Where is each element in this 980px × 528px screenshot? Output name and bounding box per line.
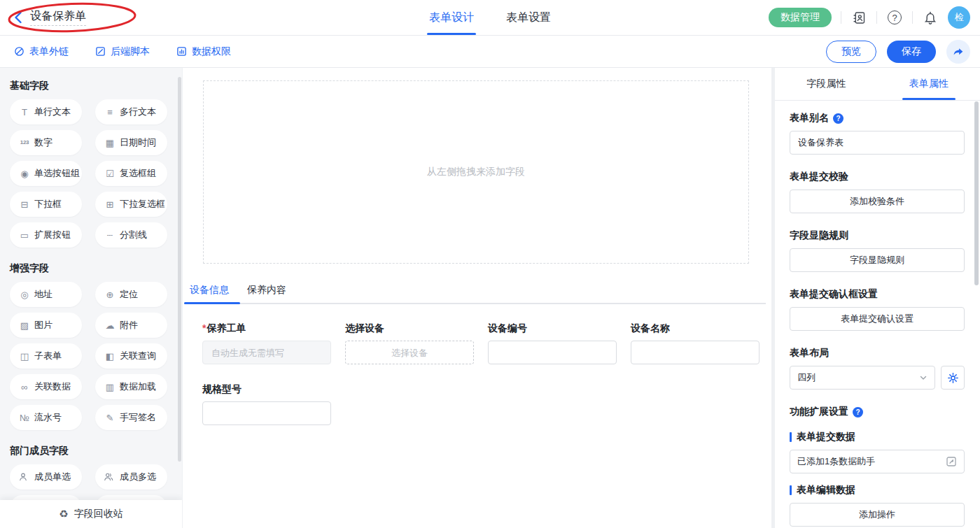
form-canvas: 从左侧拖拽来添加字段 设备信息 保养内容 *保养工单 选择设备 设备编号 [183,68,771,528]
field-label: 规格型号 [202,382,331,396]
field-pill-radio-group[interactable]: ◉ 单选按钮组 [10,161,82,186]
tab-form-settings[interactable]: 表单设置 [506,0,551,35]
radio-icon: ◉ [18,169,31,178]
confirm-box-button[interactable]: 表单提交确认设置 [790,307,965,331]
people-icon [104,472,116,482]
form-field-device-number[interactable]: 设备编号 [488,321,617,364]
device-name-input[interactable] [631,341,760,364]
layout-select[interactable]: 四列 [790,366,935,390]
text-cursor-icon: T [18,108,31,117]
help-icon[interactable]: ? [853,407,863,418]
person-icon [18,472,31,482]
address-book-icon[interactable] [850,9,867,26]
field-pill-signature[interactable]: ✎ 手写签名 [95,405,167,430]
layout-select-value: 四列 [797,371,816,384]
field-recycle-bin[interactable]: ♻ 字段回收站 [0,500,182,528]
bell-icon[interactable] [922,9,939,26]
field-pill-serial-number[interactable]: № 流水号 [10,405,82,430]
form-alias-label: 表单别名 ? [790,111,965,125]
submit-data-label: 表单提交数据 [790,430,965,444]
maintenance-order-input[interactable] [202,341,331,364]
form-field-select-device[interactable]: 选择设备 [345,321,474,364]
linked-query-icon: ◧ [104,352,116,361]
accent-bar [790,432,792,442]
canvas-active-tab-underline [184,302,240,304]
help-icon[interactable]: ? [886,9,903,26]
gear-icon [947,372,959,384]
add-validation-button[interactable]: 添加校验条件 [790,190,965,213]
field-pill-label: 附件 [120,319,138,331]
field-pill-label: 手写签名 [120,411,156,424]
field-pill-geolocation[interactable]: ⊕ 定位 [95,282,167,307]
field-pill-number[interactable]: 123 数字 [10,130,82,155]
field-pill-image[interactable]: ▨ 图片 [10,313,82,338]
preview-button[interactable]: 预览 [826,41,876,63]
field-pill-data-load[interactable]: ▥ 数据加载 [95,374,167,399]
divider-icon: ┄ [104,231,116,240]
top-header: 设备保养单 表单设计 表单设置 数据管理 ? [0,0,980,36]
select-device-input[interactable] [345,341,474,364]
share-button[interactable] [946,40,970,64]
share-arrow-icon [952,45,965,58]
field-pill-divider-line[interactable]: ┄ 分割线 [95,222,167,248]
field-pill-member-single[interactable]: 成员单选 [10,464,82,490]
field-pill-datetime[interactable]: ▦ 日期时间 [95,130,167,155]
tab-maintenance-content[interactable]: 保养内容 [247,284,286,297]
field-pill-dropdown[interactable]: ⊟ 下拉框 [10,192,82,217]
field-pill-label: 单选按钮组 [34,167,80,180]
layout-settings-button[interactable] [941,366,965,390]
toolbar-link-label: 数据权限 [192,45,231,58]
edit-data-label: 表单编辑数据 [790,483,965,497]
save-button[interactable]: 保存 [887,41,936,63]
data-manage-button[interactable]: 数据管理 [769,8,832,27]
add-operation-button[interactable]: 添加操作 [790,503,965,527]
signature-pen-icon: ✎ [104,413,116,422]
visibility-rules-button[interactable]: 字段显隐规则 [790,248,965,272]
field-pill-checkbox-group[interactable]: ☑ 复选框组 [95,161,167,186]
submit-data-box[interactable]: 已添加1条数据助手 [790,450,965,473]
tab-form-design[interactable]: 表单设计 [429,0,474,35]
backend-script-link[interactable]: 后端脚本 [95,45,150,58]
dropdown-icon: ⊟ [18,200,31,209]
form-external-link[interactable]: 表单外链 [14,45,69,58]
location-pin-icon: ◎ [18,290,31,299]
field-pill-label: 成员单选 [34,471,71,483]
divider [841,11,841,24]
form-field-maintenance-order[interactable]: *保养工单 [202,321,331,364]
field-pill-single-line-text[interactable]: T 单行文本 [10,99,82,124]
sub-toolbar: 表单外链 后端脚本 数据权限 预览 保存 [0,36,980,68]
spec-model-input[interactable] [202,401,331,425]
field-pill-address[interactable]: ◎ 地址 [10,282,82,307]
field-dropzone[interactable]: 从左侧拖拽来添加字段 [203,80,749,264]
field-pill-multi-dropdown[interactable]: ⊞ 下拉复选框 [95,192,167,217]
field-pill-extend-button[interactable]: ▭ 扩展按钮 [10,222,82,248]
panel-scrollbar[interactable] [974,101,979,285]
field-pill-attachment[interactable]: ☁ 附件 [95,313,167,338]
field-pill-label: 关联数据 [34,380,71,393]
tab-device-info[interactable]: 设备信息 [190,284,229,297]
multiline-text-icon: ≡ [104,108,116,117]
field-pill-linked-data[interactable]: ∞ 关联数据 [10,374,82,399]
tab-form-properties[interactable]: 表单属性 [878,68,980,100]
form-field-device-name[interactable]: 设备名称 [631,321,760,364]
data-permission-link[interactable]: 数据权限 [176,45,231,58]
field-pill-multi-line-text[interactable]: ≡ 多行文本 [95,99,167,124]
data-load-icon: ▥ [104,383,116,392]
sidebar-scrollbar[interactable] [178,77,181,462]
tab-field-properties[interactable]: 字段属性 [775,68,878,100]
form-field-spec-model[interactable]: 规格型号 [202,382,331,425]
form-properties-body: 表单别名 ? 表单提交校验 添加校验条件 字段显隐规则 字段显隐规则 表单提交确… [790,100,965,527]
multi-dropdown-icon: ⊞ [104,200,116,209]
field-pill-member-multi[interactable]: 成员多选 [95,464,167,490]
field-pill-linked-query[interactable]: ◧ 关联查询 [95,343,167,369]
avatar[interactable]: 检 [948,6,970,29]
field-pill-label: 流水号 [34,411,62,424]
edit-icon[interactable] [946,456,957,467]
field-pill-label: 复选框组 [120,167,156,180]
help-icon[interactable]: ? [833,113,844,124]
recycle-bin-label: 字段回收站 [74,508,123,520]
field-pill-subform[interactable]: ◫ 子表单 [10,343,82,369]
field-pill-label: 关联查询 [120,350,156,362]
form-alias-input[interactable] [790,131,965,155]
device-number-input[interactable] [488,341,617,364]
